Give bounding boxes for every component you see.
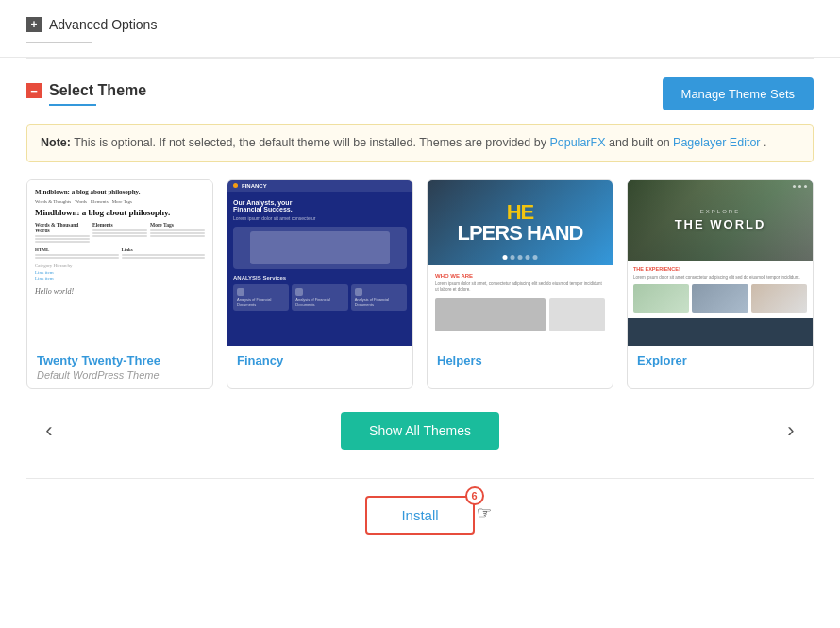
theme-4-name: Explorer [637,353,803,367]
advanced-options-row[interactable]: Advanced Options [26,17,814,32]
theme-1-subtitle: Default WordPress Theme [37,369,203,381]
theme-card-explorer[interactable]: EXPLORE THE WORLD THE EXPERIENCE! Lorem … [627,179,814,389]
note-text: This is optional. If not selected, the d… [74,136,549,149]
theme-card-twenty-twenty-three[interactable]: Mindblown: a blog about philosophy. Word… [26,179,213,389]
theme-1-name: Twenty Twenty-Three [37,353,203,367]
theme-3-name: Helpers [437,353,603,367]
note-mid-text: and built on [609,136,673,149]
theme-4-info: Explorer [628,346,813,377]
theme-4-preview: EXPLORE THE WORLD THE EXPERIENCE! Lorem … [628,180,813,346]
advanced-options-label: Advanced Options [49,17,157,32]
theme-1-info: Twenty Twenty-Three Default WordPress Th… [27,346,212,388]
plus-icon [26,17,42,32]
themes-grid: Mindblown: a blog about philosophy. Word… [26,179,814,389]
note-bar: Note: This is optional. If not selected,… [26,124,814,162]
note-suffix: . [764,136,766,149]
pagelayer-link[interactable]: Pagelayer Editor [673,136,760,149]
select-theme-section: Select Theme Manage Theme Sets Note: Thi… [0,59,840,478]
theme-2-info: Financy [227,346,412,377]
page-container: Advanced Options Select Theme Manage The… [0,0,840,553]
install-button[interactable]: Install [365,496,474,535]
manage-theme-sets-button[interactable]: Manage Theme Sets [663,77,814,110]
theme-3-preview: HELPERS HAND WHO WE ARE Lorem ipsum dolo [428,180,613,346]
select-theme-title-row: Select Theme [26,82,146,99]
theme-2-name: Financy [237,353,403,367]
advanced-options-divider [26,42,92,43]
theme-card-helpers[interactable]: HELPERS HAND WHO WE ARE Lorem ipsum dolo [427,179,613,389]
select-theme-title: Select Theme [49,82,146,99]
select-theme-underline [49,104,96,106]
cursor-icon: ☞ [477,502,492,523]
popularfx-link[interactable]: PopularFX [549,136,605,149]
show-all-themes-button[interactable]: Show All Themes [341,412,499,450]
select-theme-title-area: Select Theme [26,82,146,106]
theme-1-preview: Mindblown: a blog about philosophy. Word… [27,180,212,346]
prev-arrow-button[interactable]: ‹ [34,416,64,446]
theme-3-info: Helpers [428,346,613,377]
next-arrow-button[interactable]: › [776,416,806,446]
note-label: Note: [41,136,71,149]
select-theme-header: Select Theme Manage Theme Sets [26,77,814,110]
theme-2-preview: FINANCY Our Analysts, yourFinancial Succ… [227,180,412,346]
carousel-nav: ‹ Show All Themes › [26,412,814,450]
advanced-options-section: Advanced Options [0,0,840,58]
minus-icon [26,83,42,98]
theme-card-financy[interactable]: FINANCY Our Analysts, yourFinancial Succ… [227,179,413,389]
install-section: Install 6 ☞ [0,479,840,553]
install-btn-wrapper: Install 6 ☞ [365,496,474,535]
